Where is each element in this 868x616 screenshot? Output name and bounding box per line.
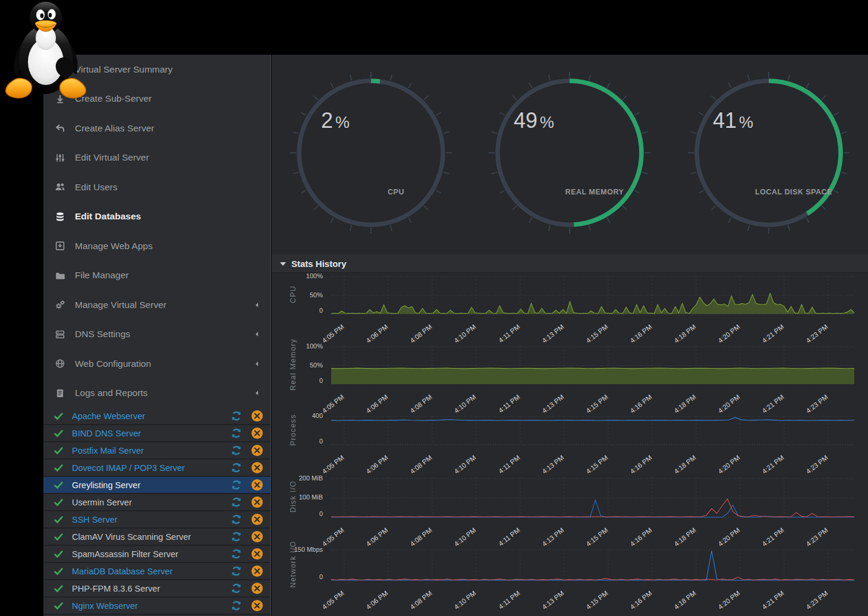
stop-service-icon[interactable] — [251, 565, 263, 577]
sidebar-item-manage-web-apps[interactable]: Manage Web Apps — [43, 231, 271, 261]
x-tick-label: 4:06 PM — [356, 589, 389, 616]
sidebar-item-label: Edit Databases — [75, 211, 261, 222]
sidebar-item-manage-virtual-server[interactable]: Manage Virtual Server — [43, 290, 271, 320]
restart-service-icon[interactable] — [231, 600, 242, 611]
service-row-usermin-server: Usermin Server — [43, 494, 271, 511]
sidebar-item-label: Virtual Server Summary — [75, 64, 261, 75]
gauge-value: 2 — [321, 108, 333, 133]
stop-service-icon[interactable] — [251, 548, 263, 560]
y-tick-label: 400 — [280, 411, 323, 420]
folder-icon — [53, 271, 67, 281]
y-tick-label: 50% — [280, 361, 323, 369]
sidebar-item-label: Edit Users — [75, 182, 261, 193]
stop-service-icon[interactable] — [251, 410, 263, 422]
service-name-link[interactable]: BIND DNS Server — [72, 429, 231, 438]
service-row-apache-webserver: Apache Webserver — [43, 408, 271, 425]
svg-text:2%: 2% — [321, 108, 350, 133]
svg-text:49%: 49% — [514, 108, 554, 133]
x-tick-label: 4:15 PM — [575, 589, 609, 616]
restart-service-icon[interactable] — [231, 496, 242, 508]
x-tick-label: 4:21 PM — [751, 589, 785, 616]
chart-cpu-history: CPU100%50%04:05 PM4:06 PM4:08 PM4:10 PM4… — [272, 275, 868, 345]
chart-plot-area — [331, 415, 854, 446]
chart-plot-area — [331, 345, 854, 385]
sliders-icon — [53, 153, 67, 163]
x-tick-label: 4:23 PM — [795, 589, 829, 616]
service-name-link[interactable]: Postfix Mail Server — [72, 446, 231, 455]
sidebar-item-file-manager[interactable]: File Manager — [43, 261, 271, 291]
check-icon — [53, 584, 64, 593]
stop-service-icon[interactable] — [251, 496, 263, 508]
restart-service-icon[interactable] — [231, 479, 242, 491]
y-tick-label: 0 — [280, 510, 323, 518]
y-tick-label: 0 — [280, 437, 323, 445]
tux-mascot-image — [3, 0, 89, 101]
stop-service-icon[interactable] — [251, 514, 263, 525]
check-icon — [53, 498, 64, 507]
stop-service-icon[interactable] — [251, 428, 263, 439]
stop-service-icon[interactable] — [251, 583, 263, 594]
restart-service-icon[interactable] — [231, 531, 242, 542]
service-name-link[interactable]: Apache Webserver — [72, 411, 231, 421]
x-tick-label: 4:08 PM — [400, 589, 433, 616]
x-tick-label: 4:05 PM — [312, 589, 345, 616]
series-network-io-blue — [331, 551, 854, 580]
service-name-link[interactable]: MariaDB Database Server — [72, 567, 231, 576]
chart-process-history: Process40004:05 PM4:06 PM4:08 PM4:10 PM4… — [272, 415, 868, 476]
stats-history-header[interactable]: Stats History — [272, 254, 868, 273]
sidebar-item-logs-and-reports[interactable]: Logs and Reports — [43, 379, 271, 408]
gauge-unit: % — [739, 114, 753, 131]
caret-left-icon — [253, 330, 261, 338]
database-icon — [53, 212, 67, 222]
gauge-value: 49 — [514, 108, 537, 133]
service-row-clamav-virus-scanning-server: ClamAV Virus Scanning Server — [43, 529, 271, 546]
sidebar-item-create-alias-server[interactable]: Create Alias Server — [43, 114, 271, 143]
service-name-link: PHP-FPM 8.3.6 Server — [72, 584, 231, 593]
x-tick-label: 4:11 PM — [488, 589, 521, 616]
stop-service-icon[interactable] — [251, 531, 263, 542]
stop-service-icon[interactable] — [251, 445, 263, 456]
sidebar-item-edit-virtual-server[interactable]: Edit Virtual Server — [43, 143, 271, 173]
sidebar-item-edit-users[interactable]: Edit Users — [43, 172, 271, 202]
gauge-cpu: 2%CPU — [272, 55, 470, 254]
restart-service-icon[interactable] — [231, 462, 242, 473]
main-panel: 2%CPU49%REAL MEMORY41%LOCAL DISK SPACE S… — [272, 55, 868, 616]
caret-left-icon — [253, 301, 261, 309]
series-network-io-red — [331, 577, 854, 580]
service-row-dovecot-imap-pop3-server: Dovecot IMAP / POP3 Server — [43, 460, 271, 477]
restart-service-icon[interactable] — [231, 428, 242, 439]
check-icon — [53, 429, 64, 438]
stop-service-icon[interactable] — [251, 479, 263, 491]
gauges-section: 2%CPU49%REAL MEMORY41%LOCAL DISK SPACE — [272, 55, 868, 254]
gauge-real-memory: 49%REAL MEMORY — [470, 55, 669, 254]
sidebar-item-dns-settings[interactable]: DNS Settings — [43, 320, 271, 350]
chart-plot-area — [331, 476, 854, 518]
y-tick-label: 200 MiB — [280, 474, 323, 482]
restart-service-icon[interactable] — [231, 445, 242, 456]
service-row-greylisting-server: Greylisting Server — [43, 477, 271, 494]
restart-service-icon[interactable] — [231, 410, 242, 422]
collapse-caret-icon — [280, 262, 286, 266]
restart-service-icon[interactable] — [231, 548, 242, 560]
check-icon — [53, 411, 64, 421]
restart-service-icon[interactable] — [231, 583, 242, 594]
x-tick-label: 4:20 PM — [707, 589, 741, 616]
chart-plot-area — [331, 548, 854, 582]
stop-service-icon[interactable] — [251, 600, 263, 611]
gauge-label: REAL MEMORY — [565, 188, 624, 196]
restart-service-icon[interactable] — [231, 514, 242, 525]
service-row-nginx-webserver: Nginx Webserver — [43, 598, 271, 615]
y-tick-label: 0 — [280, 376, 323, 385]
service-name-link[interactable]: Dovecot IMAP / POP3 Server — [72, 463, 231, 473]
service-row-postfix-mail-server: Postfix Mail Server — [43, 442, 271, 460]
service-name-link: ClamAV Virus Scanning Server — [72, 532, 231, 542]
restart-service-icon[interactable] — [231, 565, 242, 577]
svg-text:41%: 41% — [713, 108, 753, 133]
stats-history-title: Stats History — [291, 259, 347, 269]
stop-service-icon[interactable] — [251, 462, 263, 473]
sidebar-item-edit-databases[interactable]: Edit Databases — [43, 202, 271, 232]
service-name-link[interactable]: SSH Server — [72, 515, 231, 524]
chart-plot-area — [331, 275, 854, 315]
service-name-link[interactable]: Nginx Webserver — [72, 601, 231, 611]
sidebar-item-web-configuration[interactable]: Web Configuration — [43, 349, 271, 379]
